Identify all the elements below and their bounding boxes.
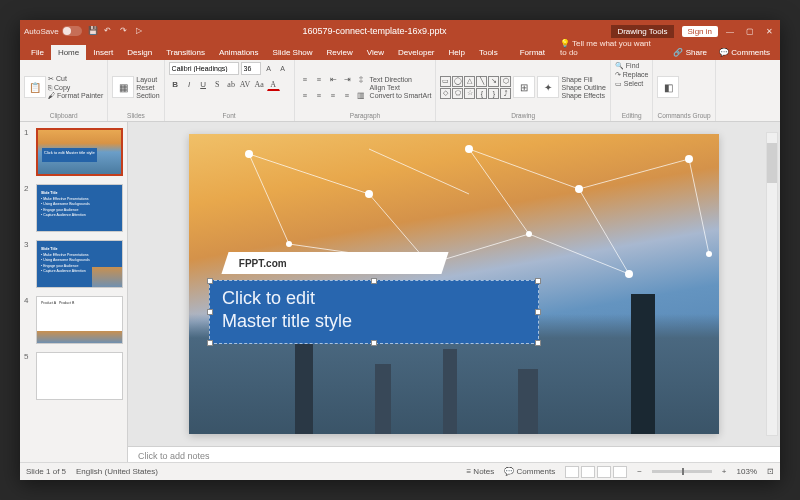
shapes-gallery[interactable]: ▭◯△╲↘⬡ ◇⬠☆{}⤴ [440, 76, 511, 99]
zoom-in-button[interactable]: + [722, 467, 727, 476]
tab-view[interactable]: View [360, 45, 391, 60]
shape-fill-button[interactable]: Shape Fill [561, 76, 605, 83]
undo-icon[interactable]: ↶ [104, 26, 114, 36]
align-center-button[interactable]: ≡ [313, 89, 326, 102]
thumbnail-2[interactable]: 2 Slide Title• Make Effective Presentati… [24, 184, 123, 232]
notes-pane[interactable]: Click to add notes [128, 446, 780, 462]
thumbnail-1[interactable]: 1 Click to edit Master title style [24, 128, 123, 176]
tab-design[interactable]: Design [120, 45, 159, 60]
share-button[interactable]: 🔗 Share [667, 45, 713, 60]
shadow-button[interactable]: ab [225, 78, 238, 91]
zoom-out-button[interactable]: − [637, 467, 642, 476]
language-status[interactable]: English (United States) [76, 467, 158, 476]
paste-button[interactable]: 📋 [24, 76, 46, 98]
reading-view-button[interactable] [597, 466, 611, 478]
notes-toggle[interactable]: ≡ Notes [466, 467, 494, 476]
close-icon[interactable]: ✕ [766, 27, 776, 36]
taskpane-button[interactable]: ◧ [657, 76, 679, 98]
reset-button[interactable]: Reset [136, 84, 159, 91]
resize-handle[interactable] [535, 278, 541, 284]
decrease-font-icon[interactable]: A [277, 62, 289, 74]
resize-handle[interactable] [207, 278, 213, 284]
font-name-input[interactable] [169, 62, 239, 75]
subtitle-banner[interactable]: FPPT.com [221, 252, 448, 274]
text-direction-button[interactable]: Text Direction [370, 76, 432, 83]
replace-button[interactable]: ↷ Replace [615, 71, 649, 79]
title-placeholder[interactable]: Click to editMaster title style [209, 280, 539, 344]
fit-window-button[interactable]: ⊡ [767, 467, 774, 476]
arrange-button[interactable]: ⊞ [513, 76, 535, 98]
tab-developer[interactable]: Developer [391, 45, 441, 60]
tab-format[interactable]: Format [513, 45, 552, 60]
shape-effects-button[interactable]: Shape Effects [561, 92, 605, 99]
resize-handle[interactable] [535, 309, 541, 315]
tab-tools[interactable]: Tools [472, 45, 505, 60]
sorter-view-button[interactable] [581, 466, 595, 478]
thumbnail-3[interactable]: 3 Slide Title• Make Effective Presentati… [24, 240, 123, 288]
comments-toggle[interactable]: 💬 Comments [504, 467, 555, 476]
resize-handle[interactable] [535, 340, 541, 346]
maximize-icon[interactable]: ▢ [746, 27, 756, 36]
start-icon[interactable]: ▷ [136, 26, 146, 36]
font-size-input[interactable] [241, 62, 261, 75]
tab-home[interactable]: Home [51, 45, 86, 60]
comments-button[interactable]: 💬 Comments [713, 45, 776, 60]
tab-file[interactable]: File [24, 45, 51, 60]
signin-button[interactable]: Sign in [682, 26, 718, 37]
bold-button[interactable]: B [169, 78, 182, 91]
save-icon[interactable]: 💾 [88, 26, 98, 36]
copy-button[interactable]: ⎘ Copy [48, 84, 103, 91]
vertical-scrollbar[interactable] [766, 132, 778, 436]
italic-button[interactable]: I [183, 78, 196, 91]
justify-button[interactable]: ≡ [341, 89, 354, 102]
columns-button[interactable]: ▥ [355, 89, 368, 102]
shape-outline-button[interactable]: Shape Outline [561, 84, 605, 91]
slide-area[interactable]: FPPT.com Click to editMaster title style [128, 122, 780, 446]
tab-slideshow[interactable]: Slide Show [266, 45, 320, 60]
font-color-button[interactable]: A [267, 78, 280, 91]
tab-transitions[interactable]: Transitions [159, 45, 212, 60]
new-slide-button[interactable]: ▦ [112, 76, 134, 98]
spacing-button[interactable]: AV [239, 78, 252, 91]
strike-button[interactable]: S [211, 78, 224, 91]
bullets-button[interactable]: ≡ [299, 73, 312, 86]
group-label: Commands Group [657, 112, 710, 119]
align-right-button[interactable]: ≡ [327, 89, 340, 102]
section-button[interactable]: Section [136, 92, 159, 99]
slideshow-view-button[interactable] [613, 466, 627, 478]
thumbnail-5[interactable]: 5 [24, 352, 123, 400]
resize-handle[interactable] [207, 340, 213, 346]
layout-button[interactable]: Layout [136, 76, 159, 83]
find-button[interactable]: 🔍 Find [615, 62, 649, 70]
indent-dec-button[interactable]: ⇤ [327, 73, 340, 86]
redo-icon[interactable]: ↷ [120, 26, 130, 36]
tab-review[interactable]: Review [320, 45, 360, 60]
underline-button[interactable]: U [197, 78, 210, 91]
normal-view-button[interactable] [565, 466, 579, 478]
line-spacing-button[interactable]: ‡ [355, 73, 368, 86]
case-button[interactable]: Aa [253, 78, 266, 91]
zoom-level[interactable]: 103% [737, 467, 757, 476]
tab-animations[interactable]: Animations [212, 45, 266, 60]
slide-counter[interactable]: Slide 1 of 5 [26, 467, 66, 476]
align-left-button[interactable]: ≡ [299, 89, 312, 102]
resize-handle[interactable] [371, 340, 377, 346]
format-painter-button[interactable]: 🖌 Format Painter [48, 92, 103, 99]
quick-styles-button[interactable]: ✦ [537, 76, 559, 98]
autosave-toggle[interactable]: AutoSave [24, 26, 82, 36]
resize-handle[interactable] [371, 278, 377, 284]
increase-font-icon[interactable]: A [263, 62, 275, 74]
tab-insert[interactable]: Insert [86, 45, 120, 60]
align-text-button[interactable]: Align Text [370, 84, 432, 91]
zoom-slider[interactable] [652, 470, 712, 473]
thumbnail-4[interactable]: 4 Product A Product B [24, 296, 123, 344]
smartart-button[interactable]: Convert to SmartArt [370, 92, 432, 99]
cut-button[interactable]: ✂ Cut [48, 75, 103, 83]
numbering-button[interactable]: ≡ [313, 73, 326, 86]
indent-inc-button[interactable]: ⇥ [341, 73, 354, 86]
tellme-search[interactable]: 💡 Tell me what you want to do [552, 36, 668, 60]
select-button[interactable]: ▭ Select [615, 80, 649, 88]
minimize-icon[interactable]: — [726, 27, 736, 36]
tab-help[interactable]: Help [442, 45, 472, 60]
resize-handle[interactable] [207, 309, 213, 315]
